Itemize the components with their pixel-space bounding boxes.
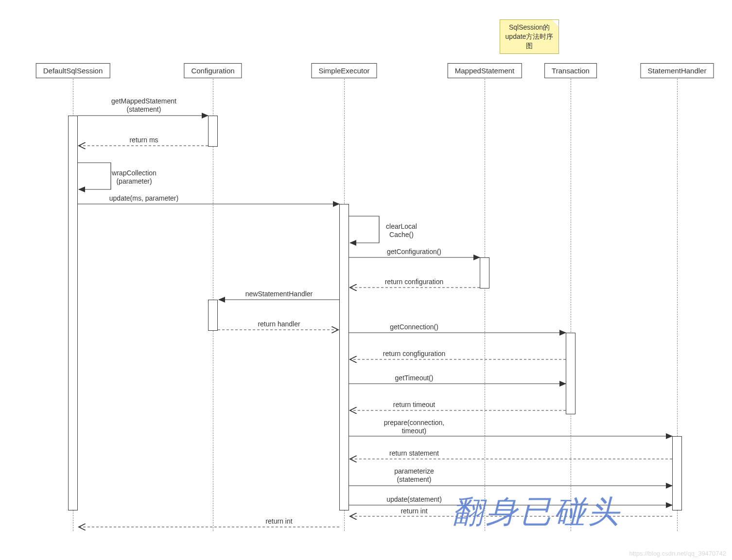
activation-simple-executor <box>339 204 349 510</box>
msg-clear-local-cache: clearLocalCache() <box>386 222 417 239</box>
activation-statement-handler <box>672 436 682 510</box>
activation-default-sql-session <box>68 116 78 510</box>
activation-mapped-statement <box>480 257 489 288</box>
msg-update-statement: update(statement) <box>386 495 442 504</box>
msg-new-statement-handler: newStatementHandler <box>245 290 313 298</box>
msg-get-timeout: getTimeout() <box>395 374 434 382</box>
diagram-note: SqlSession的 update方法时序图 <box>500 19 559 54</box>
msg-prepare: prepare(connection,timeout) <box>384 419 445 435</box>
watermark-text: 翻身已碰头 <box>452 491 622 533</box>
msg-wrap-collection: wrapCollection(parameter) <box>112 169 157 186</box>
msg-parameterize: parameterize(statement) <box>394 467 434 484</box>
msg-return-congfiguration: return congfiguration <box>383 350 445 358</box>
msg-return-timeout: return timeout <box>393 401 435 409</box>
msg-get-configuration: getConfiguration() <box>387 248 441 256</box>
lifeline-line <box>485 79 485 531</box>
msg-get-mapped-statement: getMappedStatement(statement) <box>111 97 176 114</box>
msg-get-connection: getConnection() <box>390 323 438 331</box>
lifeline-transaction: Transaction <box>544 63 597 78</box>
arrows-layer <box>0 0 732 560</box>
lifeline-default-sql-session: DefaultSqlSession <box>36 63 110 78</box>
activation-configuration-2 <box>208 300 218 331</box>
lifeline-line <box>571 79 571 531</box>
msg-return-handler: return handler <box>258 320 300 328</box>
activation-configuration-1 <box>208 116 218 147</box>
msg-return-int-2: return int <box>265 517 292 526</box>
msg-update: update(ms, parameter) <box>109 194 178 203</box>
credit-text: https://blog.csdn.net/qq_39470742 <box>629 550 727 557</box>
sequence-diagram: SqlSession的 update方法时序图 DefaultSqlSessio… <box>0 0 732 560</box>
lifeline-configuration: Configuration <box>184 63 242 78</box>
lifeline-statement-handler: StatementHandler <box>641 63 714 78</box>
activation-transaction <box>566 333 575 414</box>
msg-return-int-1: return int <box>401 507 427 515</box>
msg-return-ms: return ms <box>129 136 158 144</box>
lifeline-simple-executor: SimpleExecutor <box>311 63 377 78</box>
lifeline-mapped-statement: MappedStatement <box>448 63 522 78</box>
msg-return-statement: return statement <box>389 449 439 458</box>
note-line2: update方法时序图 <box>505 33 554 50</box>
note-line1: SqlSession的 <box>509 23 550 31</box>
msg-return-configuration: return configuration <box>385 278 444 286</box>
